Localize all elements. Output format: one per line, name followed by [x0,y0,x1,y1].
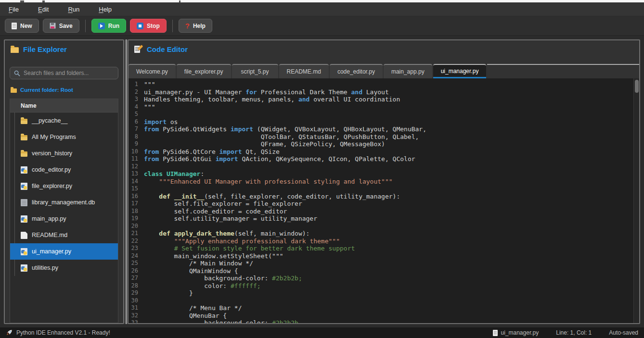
code-editor-title: Code Editor [147,45,188,53]
menu-item-run[interactable]: Run [68,6,79,13]
line-number: 32 [129,312,144,320]
file-type-icon [21,166,27,174]
file-name: file_explorer.py [32,183,72,189]
code-text: QMenuBar { [144,312,227,320]
code-view[interactable]: 1 """ 2 ui_manager.py - UI Manager for P… [129,78,639,323]
editor-tab-ui_manager.py[interactable]: ui_manager.py [433,64,487,78]
code-line: 2 ui_manager.py - UI Manager for Profess… [129,88,639,96]
code-text: """ [144,81,155,88]
menu-item-help[interactable]: Help [99,6,112,13]
statusbar-save-state: Auto-saved [609,329,638,336]
code-line: 14 """Enhanced UI Manager with professio… [129,178,639,186]
run-button[interactable]: Run [91,19,126,33]
file-table: Name __pycache__ All My Programs version… [10,99,118,323]
code-line: 32 QMenuBar { [129,312,639,320]
editor-tab-Welcome.py[interactable]: Welcome.py [129,64,176,78]
code-text: QMainWindow { [144,267,238,275]
file-list: __pycache__ All My Programs version_hist… [10,113,118,276]
line-number: 25 [129,260,144,267]
line-number: 26 [129,267,144,275]
file-table-header[interactable]: Name [10,99,118,113]
code-text: def __init__(self, file_explorer, code_e… [144,193,400,200]
editor-area[interactable]: 1 """ 2 ui_manager.py - UI Manager for P… [129,78,639,323]
current-folder-row: Current folder: Root [11,87,117,93]
line-number: 23 [129,245,144,252]
help-button[interactable]: ? Help [179,19,212,33]
file-row[interactable]: code_editor.py [10,162,118,178]
panel-splitter[interactable] [124,39,128,324]
file-name: All My Programs [32,134,76,140]
file-name: main_app.py [32,215,66,222]
code-line: 25 /* Main Window */ [129,260,639,267]
menu-item-edit[interactable]: Edit [38,6,49,13]
editor-tab-README.md[interactable]: README.md [279,64,329,78]
code-line: 8 QToolBar, QStatusBar, QPushButton, QLa… [129,133,639,141]
line-number: 5 [129,111,144,118]
toolbar-separator [172,20,173,32]
line-number: 11 [129,155,144,163]
file-row[interactable]: library_management.db [10,194,118,211]
editor-tab-file_explorer.py[interactable]: file_explorer.py [177,64,231,78]
toolbar: New Save Run Stop ? Help [0,16,644,36]
line-number: 16 [129,193,144,200]
code-line: 10 from PySide6.QtCore import Qt, QSize [129,148,639,156]
search-input[interactable] [24,70,114,76]
code-text: Handles theming, toolbar, menus, panels,… [144,96,400,103]
document-icon [493,330,498,336]
statusbar-cursor-position: Line: 1, Col: 1 [556,329,592,336]
file-row[interactable]: utilities.py [10,260,118,276]
code-line: 22 """Apply enhanced professional dark t… [129,238,639,245]
code-text: ui_manager.py - UI Manager for Professio… [144,88,389,96]
line-number: 7 [129,125,144,133]
file-row[interactable]: ui_manager.py [10,243,118,260]
code-text: } [144,289,193,297]
file-type-icon [21,135,27,140]
file-row[interactable]: README.md [10,227,118,243]
file-row[interactable]: version_history [10,145,118,162]
editor-tab-script_5.py[interactable]: script_5.py [232,64,278,78]
line-number: 12 [129,163,144,171]
menu-item-file[interactable]: File [9,6,19,13]
file-explorer-panel: File Explorer Current folder: Root Name … [4,39,124,324]
code-line: 13 class UIManager: [129,170,639,178]
file-row[interactable]: __pycache__ [10,113,118,129]
code-text: def apply_dark_theme(self, main_window): [144,230,309,238]
editor-tab-main_app.py[interactable]: main_app.py [384,64,432,78]
code-text: from PySide6.QtGui import QAction, QKeyS… [144,155,415,163]
file-row[interactable]: main_app.py [10,211,118,227]
toolbar-button-label: Run [108,23,119,29]
new-document-icon [12,23,17,29]
code-line: 29 } [129,289,639,297]
file-name: ui_manager.py [32,248,71,255]
code-line: 26 QMainWindow { [129,267,639,275]
file-name: utilities.py [32,264,58,271]
new-button[interactable]: New [5,19,39,33]
stop-button[interactable]: Stop [130,19,167,33]
code-line: 30 [129,297,639,305]
file-row[interactable]: file_explorer.py [10,178,118,194]
line-number: 14 [129,178,144,186]
file-row[interactable]: All My Programs [10,129,118,145]
code-line: 24 main_window.setStyleSheet(""" [129,252,639,260]
line-number: 17 [129,200,144,208]
code-text: color: #ffffff; [144,282,261,290]
code-line: 28 color: #ffffff; [129,282,639,290]
code-text: """Enhanced UI Manager with professional… [144,178,393,186]
statusbar-file: ui_manager.py [493,329,539,336]
code-text: self.code_editor = code_editor [144,208,287,215]
code-line: 5 [129,111,639,118]
code-text: main_window.setStyleSheet(""" [144,252,283,260]
line-number: 4 [129,103,144,111]
line-number: 6 [129,118,144,126]
editor-tab-code_editor.py[interactable]: code_editor.py [330,64,383,78]
code-text: """Apply enhanced professional dark them… [144,238,340,245]
file-name: library_management.db [32,199,95,206]
toolbar-button-label: Save [59,23,73,29]
line-number: 31 [129,304,144,312]
menubar: FileEditRunHelp [0,2,644,16]
save-button[interactable]: Save [43,19,79,33]
line-number: 24 [129,252,144,260]
scrollbar-thumb[interactable] [635,80,639,93]
code-editor-panel: Code Editor Welcome.pyfile_explorer.pysc… [128,39,640,324]
editor-scrollbar[interactable] [633,78,639,323]
